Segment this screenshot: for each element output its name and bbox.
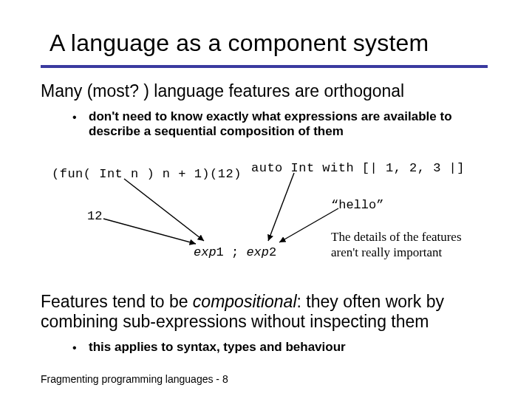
bullet-2-text: this applies to syntax, types and behavi… <box>89 340 346 354</box>
slide-title: A language as a component system <box>50 30 493 57</box>
exp1-label: exp <box>194 245 216 259</box>
compositional-line: Features tend to be compositional: they … <box>41 292 484 332</box>
code-auto-example: auto Int with [| 1, 2, 3 |] <box>251 161 465 175</box>
exp-sep: ; <box>224 245 247 259</box>
code-fun-example: (fun( Int n ) n + 1)(12) <box>52 167 242 181</box>
bullet-2: • this applies to syntax, types and beha… <box>89 340 473 355</box>
bullet-dot-icon: • <box>72 111 77 124</box>
svg-line-0 <box>124 179 204 241</box>
literal-12: 12 <box>87 209 102 223</box>
bullet-1-text: don't need to know exactly what expressi… <box>89 109 452 138</box>
p2-a: Features tend to be <box>41 292 193 311</box>
literal-hello: “hello” <box>331 198 383 212</box>
arrows-overlay <box>0 0 532 399</box>
exp-composition: exp1 ; exp2 <box>194 245 276 259</box>
intro-line: Many (most? ) language features are orth… <box>41 81 454 101</box>
slide: A language as a component system Many (m… <box>0 0 532 399</box>
title-rule <box>41 65 488 68</box>
svg-line-3 <box>279 208 338 242</box>
exp1-num: 1 <box>216 245 224 259</box>
p2-em: compositional <box>193 292 297 311</box>
svg-line-1 <box>103 219 196 244</box>
svg-line-2 <box>268 173 294 241</box>
sidenote: The details of the features aren't reall… <box>331 229 471 261</box>
exp2-label: exp <box>246 245 269 259</box>
slide-footer: Fragmenting programming languages - 8 <box>41 373 228 385</box>
bullet-1: • don't need to know exactly what expres… <box>89 109 458 139</box>
exp2-num: 2 <box>269 245 276 259</box>
bullet-dot-icon: • <box>72 341 77 355</box>
